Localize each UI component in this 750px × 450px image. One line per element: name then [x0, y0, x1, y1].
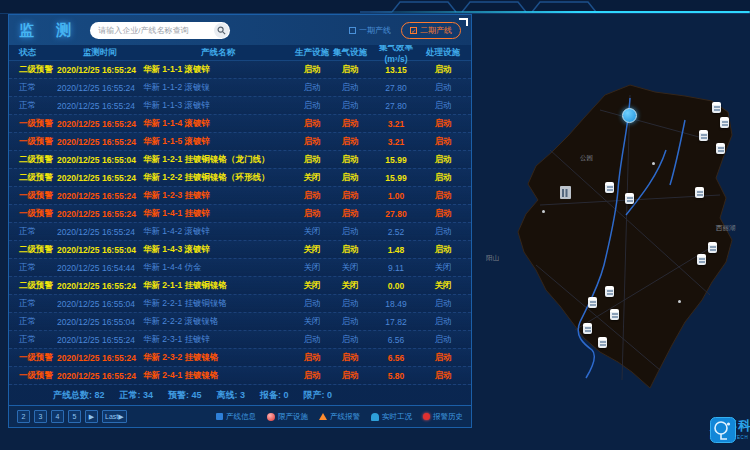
legend-item[interactable]: 限产设施 [267, 412, 308, 422]
table-row[interactable]: 正常2020/12/25 16:55:04华新 2-2-1 挂镀铜镍铬启动启动1… [9, 295, 471, 313]
status-cell: 正常 [13, 316, 57, 328]
gas-facility-cell: 启动 [331, 298, 369, 310]
table-row[interactable]: 二级预警2020/12/25 16:55:24华新 2-1-1 挂镀铜镍铬关闭关… [9, 277, 471, 295]
logo-icon [710, 417, 736, 443]
name-cell: 华新 1-2-1 挂镀铜镍铬（龙门线） [143, 154, 293, 166]
road-sign-marker[interactable] [588, 297, 597, 308]
gas-facility-cell: 启动 [331, 244, 369, 256]
cluster-marker[interactable] [622, 108, 637, 123]
gas-facility-cell: 启动 [331, 226, 369, 238]
road-sign-marker[interactable] [610, 309, 619, 320]
column-header: 监测时间 [57, 47, 143, 59]
triangle-orange-icon [319, 413, 327, 420]
prod-facility-cell: 启动 [293, 64, 331, 76]
page-button[interactable]: 2 [17, 410, 30, 423]
status-cell: 二级预警 [13, 244, 57, 256]
road-sign-marker[interactable] [625, 193, 634, 204]
map-area[interactable]: 西丽湖阳山公园 力嘉科技 LEAGUE TECH [480, 0, 750, 450]
table-row[interactable]: 正常2020/12/25 16:55:24华新 1-1-3 滚镀锌启动启动27.… [9, 97, 471, 115]
name-cell: 华新 1-4-4 仿金 [143, 262, 293, 274]
name-cell: 华新 1-4-2 滚镀锌 [143, 226, 293, 238]
treat-facility-cell: 启动 [423, 118, 463, 130]
table-row[interactable]: 正常2020/12/25 16:55:24华新 1-4-2 滚镀锌关闭启动2.5… [9, 223, 471, 241]
district-map-svg [480, 0, 750, 450]
phase1-checkbox[interactable]: 一期产线 [349, 25, 391, 36]
road-sign-marker[interactable] [720, 117, 729, 128]
status-cell: 正常 [13, 334, 57, 346]
small-dot-marker [652, 162, 655, 165]
time-cell: 2020/12/25 16:55:24 [57, 65, 143, 75]
page-button[interactable]: ▶ [85, 410, 98, 423]
search-icon[interactable] [214, 23, 229, 38]
table-row[interactable]: 正常2020/12/25 16:54:44华新 1-4-4 仿金关闭关闭9.11… [9, 259, 471, 277]
road-sign-marker[interactable] [605, 286, 614, 297]
road-sign-marker[interactable] [712, 102, 721, 113]
time-cell: 2020/12/25 16:55:24 [57, 173, 143, 183]
table-row[interactable]: 一级预警2020/12/25 16:55:24华新 1-2-3 挂镀锌启动启动1… [9, 187, 471, 205]
treat-facility-cell: 启动 [423, 190, 463, 202]
status-cell: 一级预警 [13, 118, 57, 130]
efficiency-cell: 1.00 [369, 191, 423, 201]
table-row[interactable]: 二级预警2020/12/25 16:55:04华新 1-4-3 滚镀锌关闭启动1… [9, 241, 471, 259]
table-row[interactable]: 二级预警2020/12/25 16:55:24华新 1-1-1 滚镀锌启动启动1… [9, 61, 471, 79]
efficiency-cell: 27.80 [369, 101, 423, 111]
small-dot-marker [542, 210, 545, 213]
treat-facility-cell: 启动 [423, 298, 463, 310]
table-row[interactable]: 一级预警2020/12/25 16:55:24华新 1-1-5 滚镀锌启动启动3… [9, 133, 471, 151]
road-sign-marker[interactable] [716, 143, 725, 154]
legend-item[interactable]: 产线信息 [216, 412, 256, 422]
legend-item[interactable]: 产线报警 [319, 412, 360, 422]
status-cell: 正常 [13, 100, 57, 112]
time-cell: 2020/12/25 16:55:24 [57, 209, 143, 219]
gas-facility-cell: 启动 [331, 136, 369, 148]
table-row[interactable]: 一级预警2020/12/25 16:55:24华新 1-1-4 滚镀锌启动启动3… [9, 115, 471, 133]
time-cell: 2020/12/25 16:55:04 [57, 299, 143, 309]
status-cell: 正常 [13, 262, 57, 274]
square-blue-icon [216, 413, 223, 420]
checkbox-checked-icon: ✓ [410, 27, 417, 34]
page-button[interactable]: 3 [34, 410, 47, 423]
column-header: 状态 [13, 47, 57, 59]
status-cell: 一级预警 [13, 370, 57, 382]
efficiency-cell: 6.56 [369, 335, 423, 345]
legend-item[interactable]: 报警历史 [423, 412, 463, 422]
prod-facility-cell: 启动 [293, 208, 331, 220]
prod-facility-cell: 启动 [293, 82, 331, 94]
table-row[interactable]: 一级预警2020/12/25 16:55:24华新 1-4-1 挂镀锌启动启动2… [9, 205, 471, 223]
road-sign-marker[interactable] [697, 254, 706, 265]
road-sign-marker[interactable] [598, 337, 607, 348]
road-sign-marker[interactable] [708, 242, 717, 253]
status-cell: 二级预警 [13, 280, 57, 292]
page-button[interactable]: 5 [68, 410, 81, 423]
search-box[interactable] [90, 22, 230, 39]
status-cell: 一级预警 [13, 136, 57, 148]
table-row[interactable]: 二级预警2020/12/25 16:55:04华新 1-2-1 挂镀铜镍铬（龙门… [9, 151, 471, 169]
place-label: 阳山 [486, 254, 499, 263]
summary-item: 产线总数: 82 [53, 389, 105, 402]
page-button[interactable]: Last▶ [102, 410, 127, 423]
table-row[interactable]: 二级预警2020/12/25 16:55:24华新 1-2-2 挂镀铜镍铬（环形… [9, 169, 471, 187]
legend-item[interactable]: 实时工况 [371, 412, 412, 422]
table-row[interactable]: 一级预警2020/12/25 16:55:24华新 2-4-1 挂镀镍铬启动启动… [9, 367, 471, 385]
efficiency-cell: 27.80 [369, 83, 423, 93]
phase2-checkbox[interactable]: ✓ 二期产线 [401, 22, 461, 39]
status-cell: 一级预警 [13, 208, 57, 220]
table-row[interactable]: 正常2020/12/25 16:55:04华新 2-2-2 滚镀镍铬关闭启动17… [9, 313, 471, 331]
time-cell: 2020/12/25 16:55:24 [57, 191, 143, 201]
search-input[interactable] [90, 26, 214, 35]
road-sign-marker[interactable] [583, 323, 592, 334]
prod-facility-cell: 启动 [293, 136, 331, 148]
page-button[interactable]: 4 [51, 410, 64, 423]
name-cell: 华新 1-4-1 挂镀锌 [143, 208, 293, 220]
time-cell: 2020/12/25 16:55:24 [57, 335, 143, 345]
road-sign-marker[interactable] [695, 187, 704, 198]
table-row[interactable]: 正常2020/12/25 16:55:24华新 2-3-1 挂镀锌启动启动6.5… [9, 331, 471, 349]
status-cell: 正常 [13, 298, 57, 310]
road-sign-marker[interactable] [605, 182, 614, 193]
road-sign-marker[interactable] [699, 130, 708, 141]
table-row[interactable]: 正常2020/12/25 16:55:24华新 1-1-2 滚镀镍启动启动27.… [9, 79, 471, 97]
column-header: 产线名称 [143, 47, 293, 59]
table-row[interactable]: 一级预警2020/12/25 16:55:24华新 2-3-2 挂镀镍铬启动启动… [9, 349, 471, 367]
prod-facility-cell: 启动 [293, 154, 331, 166]
landmark-icon [560, 186, 571, 199]
